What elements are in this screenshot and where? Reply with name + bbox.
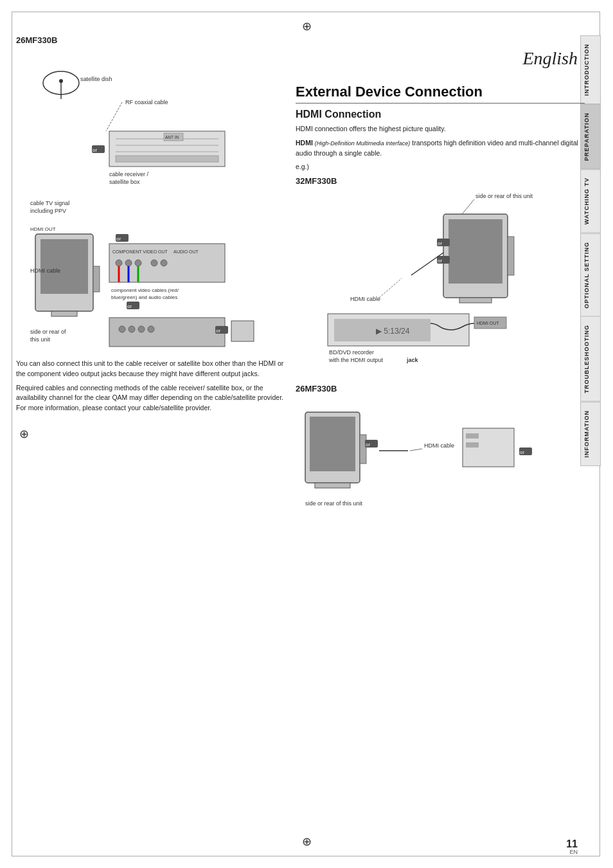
- svg-text:component video cables (red/: component video cables (red/: [111, 287, 179, 293]
- svg-text:HDMI cable: HDMI cable: [30, 267, 60, 274]
- svg-text:or: or: [216, 328, 220, 334]
- svg-rect-55: [449, 219, 502, 284]
- svg-text:side or rear of this unit: side or rear of this unit: [475, 193, 533, 199]
- svg-line-81: [410, 449, 422, 451]
- svg-text:blue/green) and audio cables: blue/green) and audio cables: [111, 294, 177, 300]
- svg-rect-57: [508, 237, 514, 275]
- svg-rect-83: [466, 433, 479, 439]
- left-diagram: satellite dish RF coaxial cable ANT IN c…: [16, 48, 292, 356]
- svg-text:or: or: [93, 147, 97, 153]
- right-section: External Device Connection HDMI Connecti…: [296, 84, 585, 525]
- svg-text:jack: jack: [406, 357, 419, 363]
- svg-point-45: [119, 326, 125, 332]
- svg-text:satellite dish: satellite dish: [80, 76, 112, 82]
- svg-rect-56: [459, 298, 492, 303]
- svg-rect-75: [315, 483, 350, 488]
- crosshair-left: ⊕: [19, 427, 29, 441]
- svg-text:cable receiver /: cable receiver /: [109, 171, 149, 177]
- hdmi-intro-2: HDMI (High-Definition Multimedia Interfa…: [296, 138, 585, 159]
- svg-text:or: or: [127, 303, 132, 309]
- crosshair-top: ⊕: [302, 19, 312, 33]
- svg-text:▶ 5:13/24: ▶ 5:13/24: [376, 327, 410, 336]
- svg-rect-23: [93, 266, 100, 292]
- svg-text:including PPV: including PPV: [30, 208, 66, 214]
- svg-point-30: [116, 260, 122, 266]
- svg-point-48: [148, 326, 154, 332]
- svg-text:or: or: [438, 258, 442, 264]
- svg-point-34: [161, 260, 167, 266]
- svg-line-64: [379, 278, 402, 298]
- left-section: 26MF330B satellite dish RF coaxial cable…: [16, 35, 292, 417]
- svg-point-32: [135, 260, 141, 266]
- svg-text:or: or: [520, 449, 524, 455]
- subsection-title: HDMI Connection: [296, 109, 585, 120]
- svg-point-33: [151, 260, 157, 266]
- svg-point-46: [129, 326, 135, 332]
- svg-line-62: [411, 253, 443, 275]
- svg-rect-12: [116, 156, 218, 162]
- svg-point-2: [59, 79, 63, 83]
- svg-text:HDMI cable: HDMI cable: [424, 442, 454, 449]
- language-label: English: [522, 48, 578, 69]
- svg-rect-44: [109, 318, 225, 347]
- svg-rect-84: [466, 442, 479, 448]
- svg-point-31: [125, 260, 132, 266]
- svg-text:cable TV signal: cable TV signal: [30, 200, 69, 206]
- eg-label: e.g.): [296, 162, 585, 172]
- svg-text:RF coaxial cable: RF coaxial cable: [125, 99, 168, 105]
- svg-text:HDMI cable: HDMI cable: [350, 296, 380, 302]
- body-text-1: You can also connect this unit to the ca…: [16, 359, 292, 379]
- right-bottom-model-label: 26MF330B: [296, 384, 585, 393]
- svg-text:COMPONENT VIDEO OUT: COMPONENT VIDEO OUT: [112, 249, 168, 254]
- body-text-2: Required cables and connecting methods o…: [16, 383, 292, 413]
- svg-line-5: [106, 102, 122, 131]
- right-top-model-label: 32MF330B: [296, 176, 585, 186]
- svg-text:HDMI OUT: HDMI OUT: [477, 321, 499, 325]
- svg-text:or: or: [116, 236, 121, 242]
- section-title: External Device Connection: [296, 84, 585, 104]
- svg-point-47: [138, 326, 145, 332]
- svg-rect-74: [310, 417, 355, 471]
- page-en-code: EN: [569, 849, 578, 855]
- svg-rect-21: [40, 239, 88, 294]
- svg-text:BD/DVD recorder: BD/DVD recorder: [329, 349, 374, 356]
- svg-text:this unit: this unit: [30, 336, 51, 343]
- svg-rect-76: [360, 435, 366, 464]
- svg-text:satellite box: satellite box: [109, 179, 140, 185]
- svg-text:or: or: [438, 240, 442, 246]
- hdmi-intro-1: HDMI connection offers the highest pictu…: [296, 124, 585, 134]
- svg-text:or: or: [366, 442, 370, 448]
- svg-text:with the HDMI output: with the HDMI output: [328, 357, 384, 363]
- crosshair-bottom: ⊕: [302, 835, 312, 849]
- svg-text:ANT IN: ANT IN: [165, 135, 179, 140]
- left-model-label: 26MF330B: [16, 35, 292, 45]
- svg-text:side or rear of: side or rear of: [30, 329, 66, 335]
- svg-text:side or rear of this unit: side or rear of this unit: [305, 500, 363, 507]
- right-top-diagram: side or rear of this unit or or HDMI cab…: [296, 188, 578, 381]
- svg-text:AUDIO OUT: AUDIO OUT: [173, 249, 199, 254]
- right-bottom-diagram: or HDMI cable or side or rear of this un…: [296, 396, 578, 525]
- svg-text:HDMI OUT: HDMI OUT: [30, 226, 56, 232]
- svg-rect-51: [231, 321, 254, 341]
- svg-rect-22: [51, 311, 77, 316]
